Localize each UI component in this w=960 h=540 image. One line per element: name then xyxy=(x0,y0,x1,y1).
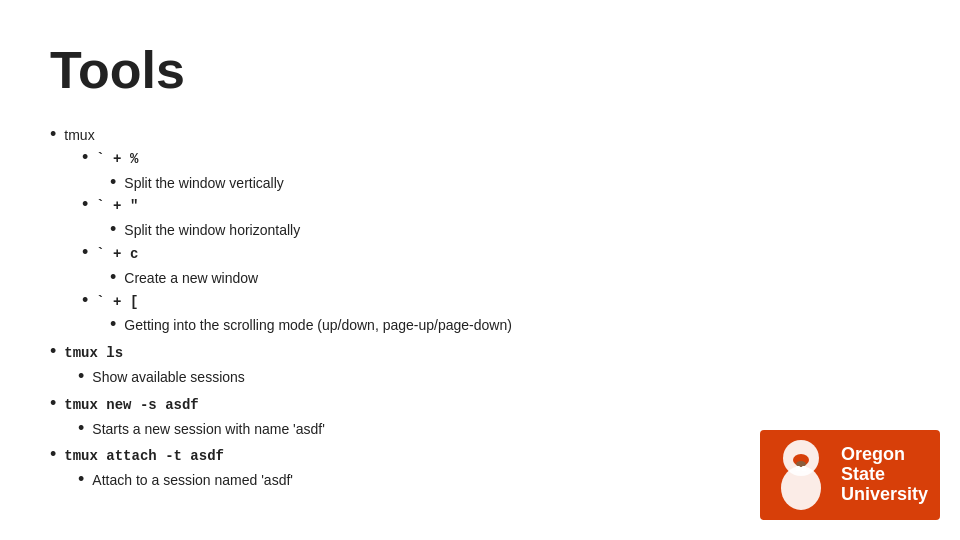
tmux-attach-label: tmux attach -t asdf xyxy=(64,445,224,469)
bullet-icon: • xyxy=(78,419,84,437)
quote-sub: • Split the window horizontally xyxy=(82,219,910,243)
tmux-sub-list: • ` + % • Split the window vertically • … xyxy=(50,148,910,338)
svg-rect-9 xyxy=(802,466,806,471)
bullet-icon: • xyxy=(50,445,56,463)
list-item-percent: • ` + % xyxy=(82,148,910,172)
bullet-icon: • xyxy=(82,195,88,213)
c-sub: • Create a new window xyxy=(82,267,910,291)
beaver-icon xyxy=(771,438,831,512)
bracket-sub: • Getting into the scrolling mode (up/do… xyxy=(82,314,910,338)
bullet-icon: • xyxy=(110,315,116,333)
bullet-icon: • xyxy=(78,367,84,385)
tmux-c-cmd: ` + c xyxy=(96,243,138,267)
list-item-tmux-ls: • tmux ls • Show available sessions xyxy=(50,342,910,390)
bullet-icon: • xyxy=(50,342,56,360)
attach-session-text: Attach to a session named 'asdf' xyxy=(92,469,293,493)
osu-university-text: Oregon State University xyxy=(841,445,928,504)
tmux-bracket-cmd: ` + [ xyxy=(96,291,138,315)
scroll-text: Getting into the scrolling mode (up/down… xyxy=(124,314,512,338)
split-vertical-text: Split the window vertically xyxy=(124,172,284,196)
osu-logo: Oregon State University xyxy=(760,430,940,520)
tmux-new-label: tmux new -s asdf xyxy=(64,394,198,418)
tmux-ls-sub: • Show available sessions xyxy=(50,366,910,390)
osu-line1: Oregon State xyxy=(841,445,928,485)
list-item-scroll: • Getting into the scrolling mode (up/do… xyxy=(110,314,910,338)
page-title: Tools xyxy=(50,40,910,100)
bullet-icon: • xyxy=(50,394,56,412)
tmux-ls-label: tmux ls xyxy=(64,342,123,366)
bullet-icon: • xyxy=(110,268,116,286)
list-item-bracket: • ` + [ xyxy=(82,291,910,315)
bullet-icon: • xyxy=(82,291,88,309)
split-horizontal-text: Split the window horizontally xyxy=(124,219,300,243)
list-item-split-horizontal: • Split the window horizontally xyxy=(110,219,910,243)
list-item-tmux: • tmux • ` + % • Split the window vertic… xyxy=(50,124,910,338)
bullet-icon: • xyxy=(50,125,56,143)
tmux-percent-cmd: ` + % xyxy=(96,148,138,172)
bullet-icon: • xyxy=(82,243,88,261)
tmux-label: tmux xyxy=(64,124,94,148)
page-container: Tools • tmux • ` + % • Split t xyxy=(0,0,960,540)
starts-session-text: Starts a new session with name 'asdf' xyxy=(92,418,325,442)
percent-sub: • Split the window vertically xyxy=(82,172,910,196)
bullet-icon: • xyxy=(110,173,116,191)
list-item-quote: • ` + " xyxy=(82,195,910,219)
list-item-c: • ` + c xyxy=(82,243,910,267)
list-item-new-window: • Create a new window xyxy=(110,267,910,291)
list-item-show-sessions: • Show available sessions xyxy=(78,366,910,390)
bullet-icon: • xyxy=(78,470,84,488)
bullet-icon: • xyxy=(82,148,88,166)
tmux-quote-cmd: ` + " xyxy=(96,195,138,219)
list-item-split-vertical: • Split the window vertically xyxy=(110,172,910,196)
new-window-text: Create a new window xyxy=(124,267,258,291)
svg-point-1 xyxy=(781,466,821,510)
show-sessions-text: Show available sessions xyxy=(92,366,245,390)
osu-line2: University xyxy=(841,485,928,505)
svg-rect-8 xyxy=(796,466,800,471)
bullet-icon: • xyxy=(110,220,116,238)
